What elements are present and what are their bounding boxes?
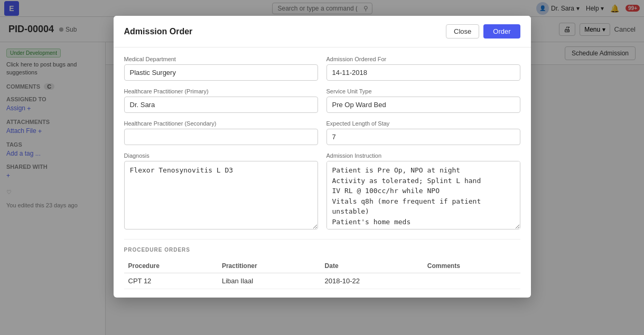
col-procedure: Procedure	[124, 259, 218, 273]
expected-stay-label: Expected Length of Stay	[326, 120, 520, 127]
cell-procedure: CPT 12	[124, 273, 218, 289]
form-row-4: Diagnosis Flexor Tenosynovitis L D3 Admi…	[124, 152, 520, 229]
admission-order-modal: Admission Order Close Order Medical Depa…	[114, 16, 531, 298]
diagnosis-label: Diagnosis	[124, 152, 318, 159]
form-row-2: Healthcare Practitioner (Primary) Servic…	[124, 88, 520, 113]
table-row: CPT 12Liban Ilaal2018-10-22	[124, 273, 520, 289]
healthcare-secondary-group: Healthcare Practitioner (Secondary)	[124, 120, 318, 145]
col-date: Date	[321, 259, 423, 273]
expected-stay-input[interactable]	[326, 129, 520, 145]
healthcare-secondary-input[interactable]	[124, 129, 318, 145]
diagnosis-group: Diagnosis Flexor Tenosynovitis L D3	[124, 152, 318, 229]
healthcare-secondary-label: Healthcare Practitioner (Secondary)	[124, 120, 318, 127]
admission-instruction-label: Admission Instruction	[326, 152, 520, 159]
form-row-1: Medical Department Admission Ordered For	[124, 56, 520, 81]
modal-overlay: Admission Order Close Order Medical Depa…	[0, 0, 644, 335]
modal-header: Admission Order Close Order	[114, 16, 531, 47]
service-unit-type-input[interactable]	[326, 97, 520, 113]
form-row-3: Healthcare Practitioner (Secondary) Expe…	[124, 120, 520, 145]
admission-instruction-group: Admission Instruction Patient is Pre Op,…	[326, 152, 520, 229]
cell-comments	[423, 273, 520, 289]
order-button[interactable]: Order	[483, 24, 520, 39]
admission-instruction-textarea[interactable]: Patient is Pre Op, NPO at night Activity…	[326, 161, 520, 229]
close-button[interactable]: Close	[446, 24, 479, 39]
modal-header-buttons: Close Order	[446, 24, 520, 39]
admission-ordered-for-group: Admission Ordered For	[326, 56, 520, 81]
cell-date: 2018-10-22	[321, 273, 423, 289]
healthcare-primary-label: Healthcare Practitioner (Primary)	[124, 88, 318, 94]
medical-department-group: Medical Department	[124, 56, 318, 81]
cell-practitioner: Liban Ilaal	[218, 273, 321, 289]
col-practitioner: Practitioner	[218, 259, 321, 273]
healthcare-primary-input[interactable]	[124, 97, 318, 113]
expected-stay-group: Expected Length of Stay	[326, 120, 520, 145]
service-unit-type-group: Service Unit Type	[326, 88, 520, 113]
admission-ordered-for-input[interactable]	[326, 64, 520, 81]
diagnosis-textarea[interactable]: Flexor Tenosynovitis L D3	[124, 161, 318, 229]
modal-title: Admission Order	[124, 27, 193, 36]
healthcare-primary-group: Healthcare Practitioner (Primary)	[124, 88, 318, 113]
modal-body: Medical Department Admission Ordered For…	[114, 47, 531, 298]
procedure-table: Procedure Practitioner Date Comments CPT…	[124, 259, 520, 289]
medical-department-input[interactable]	[124, 64, 318, 81]
procedure-orders-divider: PROCEDURE ORDERS	[124, 239, 520, 253]
col-comments: Comments	[423, 259, 520, 273]
admission-ordered-for-label: Admission Ordered For	[326, 56, 520, 62]
medical-department-label: Medical Department	[124, 56, 318, 62]
service-unit-type-label: Service Unit Type	[326, 88, 520, 94]
